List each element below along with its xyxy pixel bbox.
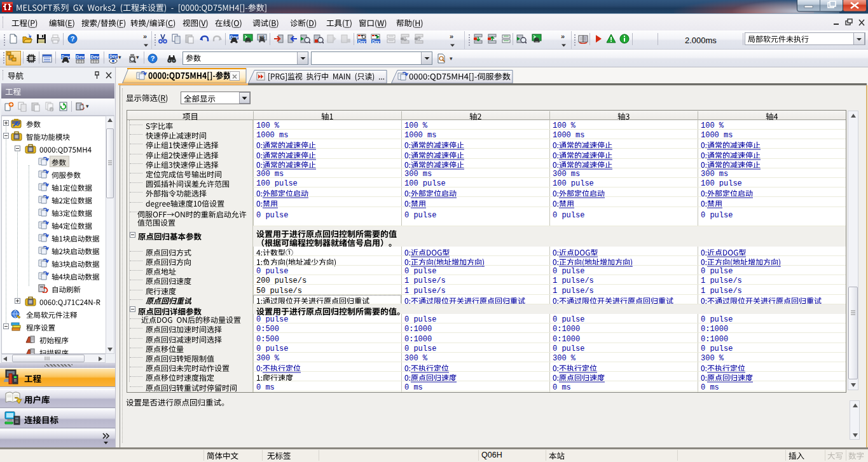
svg-text:Dev: Dev bbox=[358, 39, 366, 44]
svg-text:?: ? bbox=[71, 35, 75, 43]
svg-text:Dev: Dev bbox=[372, 39, 380, 44]
svg-text:Dev: Dev bbox=[76, 55, 85, 59]
svg-text:Dev: Dev bbox=[91, 55, 99, 59]
svg-text:?: ? bbox=[151, 55, 155, 62]
svg-text:i: i bbox=[51, 107, 52, 112]
svg-text:Dev: Dev bbox=[109, 54, 117, 58]
